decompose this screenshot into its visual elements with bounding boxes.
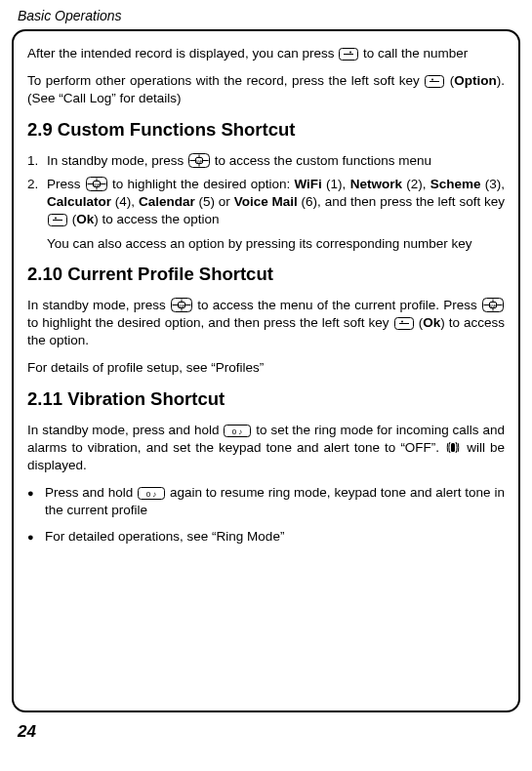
svg-text:0 ♪: 0 ♪ <box>232 426 243 435</box>
s210-para-1: In standby mode, press WiFi to access th… <box>27 297 505 350</box>
text: (1), <box>322 177 350 191</box>
text: (3), <box>480 177 505 191</box>
bullet-item: ● Press and hold 0 ♪ again to resume rin… <box>27 484 505 519</box>
list-number: 2. <box>27 176 47 229</box>
text: to highlight the desired option: <box>112 177 294 191</box>
calendar-label: Calendar <box>139 194 195 209</box>
svg-text:0 ♪: 0 ♪ <box>146 490 157 499</box>
wifi-label: WiFi <box>294 177 321 191</box>
softkey-icon <box>394 317 414 330</box>
text: (4), <box>111 194 139 209</box>
text: (2), <box>402 177 430 191</box>
nav-key-icon: WiFi <box>482 298 504 312</box>
running-header: Basic Operations <box>0 0 532 29</box>
nav-key-icon: WiFi <box>171 298 192 312</box>
text: In standby mode, press <box>27 298 170 312</box>
text: to call the number <box>363 46 468 61</box>
calculator-label: Calculator <box>47 194 111 209</box>
page-number: 24 <box>0 712 532 742</box>
ok-label: Ok <box>423 315 440 330</box>
intro-para-2: To perform other operations with the rec… <box>27 72 505 107</box>
nav-key-icon: WiFi <box>86 177 107 191</box>
bullet-body: For detailed operations, see “Ring Mode” <box>45 528 505 546</box>
bullet-body: Press and hold 0 ♪ again to resume ring … <box>45 484 505 519</box>
text: to access the menu of the current profil… <box>197 298 481 312</box>
intro-para-1: After the intended record is displayed, … <box>27 45 505 62</box>
s210-para-2: For details of profile setup, see “Profi… <box>27 359 505 377</box>
text: To perform other operations with the rec… <box>27 73 424 88</box>
text: Press and hold <box>45 485 137 500</box>
text: to highlight the desired option, and the… <box>27 315 393 330</box>
list-body: Press WiFi to highlight the desired opti… <box>47 176 505 229</box>
ok-label: Ok <box>76 212 94 226</box>
text: ) to access the option <box>94 212 219 226</box>
svg-point-2 <box>349 52 351 54</box>
list-body: In standby mode, press WiFi to access th… <box>47 152 505 170</box>
text: Press <box>47 177 85 191</box>
sub-note: You can also access an option by pressin… <box>47 235 505 253</box>
text: After the intended record is displayed, … <box>27 46 338 61</box>
svg-text:WiFi: WiFi <box>489 303 497 307</box>
page-frame: After the intended record is displayed, … <box>12 29 520 712</box>
zero-key-icon: 0 ♪ <box>138 487 165 500</box>
text: (6), and then press the left soft key <box>298 194 505 209</box>
svg-text:WiFi: WiFi <box>93 182 101 186</box>
svg-point-5 <box>431 79 433 81</box>
softkey-icon <box>48 214 67 226</box>
softkey-icon <box>339 48 358 61</box>
network-label: Network <box>350 177 402 191</box>
voicemail-label: Voice Mail <box>234 194 298 209</box>
heading-2-9: 2.9 Custom Functions Shortcut <box>27 118 505 142</box>
text: In standby mode, press <box>47 153 187 168</box>
nav-key-icon: WiFi <box>188 153 210 168</box>
zero-key-icon: 0 ♪ <box>224 425 251 437</box>
scheme-label: Scheme <box>430 177 481 191</box>
heading-2-11: 2.11 Vibration Shortcut <box>27 387 505 412</box>
bullet-mark: ● <box>27 484 45 519</box>
svg-rect-42 <box>451 443 455 452</box>
svg-text:WiFi: WiFi <box>195 158 203 163</box>
vibration-icon <box>445 440 461 455</box>
bullet-item: ● For detailed operations, see “Ring Mod… <box>27 528 505 546</box>
bullet-mark: ● <box>27 528 45 546</box>
list-number: 1. <box>27 152 47 170</box>
s211-para-1: In standby mode, press and hold 0 ♪ to s… <box>27 422 505 475</box>
svg-point-22 <box>55 218 57 220</box>
text: In standby mode, press and hold <box>27 423 223 437</box>
list-item: 2. Press WiFi to highlight the desired o… <box>27 176 505 229</box>
list-item: 1. In standby mode, press WiFi to access… <box>27 152 505 170</box>
heading-2-10: 2.10 Current Profile Shortcut <box>27 263 505 287</box>
svg-text:WiFi: WiFi <box>178 303 185 307</box>
svg-point-39 <box>401 320 403 322</box>
softkey-icon <box>425 75 444 88</box>
text: (5) or <box>195 194 234 209</box>
option-label: Option <box>454 73 497 88</box>
text: to access the custom functions menu <box>215 153 431 168</box>
